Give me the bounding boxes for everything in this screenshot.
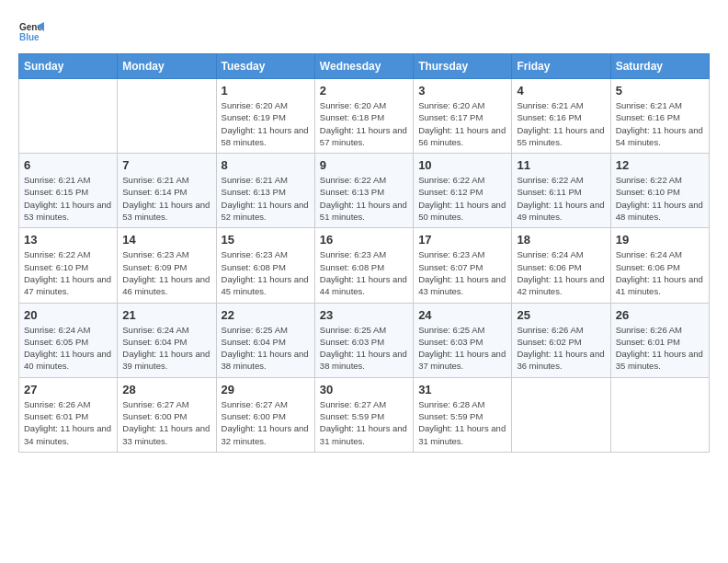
- day-number: 13: [24, 233, 112, 247]
- calendar-cell: 8Sunrise: 6:21 AMSunset: 6:13 PMDaylight…: [216, 154, 314, 228]
- svg-text:Blue: Blue: [19, 32, 40, 42]
- calendar-cell: 14Sunrise: 6:23 AMSunset: 6:09 PMDayligh…: [118, 228, 216, 303]
- day-info: Sunrise: 6:21 AMSunset: 6:14 PMDaylight:…: [122, 174, 210, 223]
- calendar-cell: 28Sunrise: 6:27 AMSunset: 6:00 PMDayligh…: [118, 377, 216, 452]
- day-number: 3: [418, 84, 506, 98]
- calendar-cell: 3Sunrise: 6:20 AMSunset: 6:17 PMDaylight…: [414, 79, 512, 154]
- calendar-cell: 27Sunrise: 6:26 AMSunset: 6:01 PMDayligh…: [19, 377, 118, 452]
- day-number: 5: [616, 84, 704, 98]
- calendar-cell: 18Sunrise: 6:24 AMSunset: 6:06 PMDayligh…: [512, 228, 610, 303]
- calendar-cell: 10Sunrise: 6:22 AMSunset: 6:12 PMDayligh…: [414, 154, 512, 228]
- week-row-3: 13Sunrise: 6:22 AMSunset: 6:10 PMDayligh…: [19, 228, 710, 303]
- day-number: 27: [24, 383, 112, 396]
- day-info: Sunrise: 6:26 AMSunset: 6:01 PMDaylight:…: [24, 398, 112, 447]
- calendar-cell: 7Sunrise: 6:21 AMSunset: 6:14 PMDaylight…: [118, 154, 216, 228]
- day-info: Sunrise: 6:20 AMSunset: 6:18 PMDaylight:…: [320, 99, 408, 148]
- day-header-thursday: Thursday: [414, 54, 512, 79]
- calendar-cell: 26Sunrise: 6:26 AMSunset: 6:01 PMDayligh…: [610, 303, 709, 377]
- day-info: Sunrise: 6:21 AMSunset: 6:16 PMDaylight:…: [517, 99, 605, 148]
- day-number: 14: [122, 233, 210, 247]
- logo: General Blue: [18, 18, 48, 44]
- calendar-cell: 9Sunrise: 6:22 AMSunset: 6:13 PMDaylight…: [314, 154, 413, 228]
- calendar-cell: 4Sunrise: 6:21 AMSunset: 6:16 PMDaylight…: [512, 79, 610, 154]
- calendar-cell: [118, 79, 216, 154]
- day-info: Sunrise: 6:20 AMSunset: 6:17 PMDaylight:…: [418, 99, 506, 148]
- day-info: Sunrise: 6:25 AMSunset: 6:03 PMDaylight:…: [418, 324, 506, 373]
- day-info: Sunrise: 6:23 AMSunset: 6:09 PMDaylight:…: [122, 248, 210, 297]
- day-header-friday: Friday: [512, 54, 610, 79]
- day-number: 8: [222, 158, 310, 172]
- day-info: Sunrise: 6:23 AMSunset: 6:08 PMDaylight:…: [222, 248, 310, 297]
- calendar-cell: [610, 377, 709, 452]
- calendar-cell: 11Sunrise: 6:22 AMSunset: 6:11 PMDayligh…: [512, 154, 610, 228]
- week-row-1: 1Sunrise: 6:20 AMSunset: 6:19 PMDaylight…: [19, 79, 710, 154]
- day-info: Sunrise: 6:23 AMSunset: 6:07 PMDaylight:…: [418, 248, 506, 297]
- week-row-4: 20Sunrise: 6:24 AMSunset: 6:05 PMDayligh…: [19, 303, 710, 377]
- day-number: 1: [222, 84, 310, 98]
- calendar-cell: 29Sunrise: 6:27 AMSunset: 6:00 PMDayligh…: [216, 377, 314, 452]
- calendar-cell: 23Sunrise: 6:25 AMSunset: 6:03 PMDayligh…: [314, 303, 413, 377]
- calendar-cell: 31Sunrise: 6:28 AMSunset: 5:59 PMDayligh…: [414, 377, 512, 452]
- day-number: 10: [418, 158, 506, 172]
- calendar-cell: 2Sunrise: 6:20 AMSunset: 6:18 PMDaylight…: [314, 79, 413, 154]
- day-info: Sunrise: 6:21 AMSunset: 6:15 PMDaylight:…: [24, 174, 112, 223]
- day-number: 16: [320, 233, 408, 247]
- calendar-cell: 15Sunrise: 6:23 AMSunset: 6:08 PMDayligh…: [216, 228, 314, 303]
- day-number: 22: [222, 308, 310, 322]
- week-row-5: 27Sunrise: 6:26 AMSunset: 6:01 PMDayligh…: [19, 377, 710, 452]
- day-header-tuesday: Tuesday: [216, 54, 314, 79]
- day-number: 17: [418, 233, 506, 247]
- calendar-header: SundayMondayTuesdayWednesdayThursdayFrid…: [19, 54, 710, 79]
- day-number: 26: [616, 308, 704, 322]
- page-header: General Blue: [18, 18, 710, 44]
- day-number: 29: [222, 383, 310, 396]
- day-number: 31: [418, 383, 506, 396]
- day-number: 24: [418, 308, 506, 322]
- calendar-cell: 5Sunrise: 6:21 AMSunset: 6:16 PMDaylight…: [610, 79, 709, 154]
- header-row: SundayMondayTuesdayWednesdayThursdayFrid…: [19, 54, 710, 79]
- day-info: Sunrise: 6:22 AMSunset: 6:11 PMDaylight:…: [517, 174, 605, 223]
- day-info: Sunrise: 6:20 AMSunset: 6:19 PMDaylight:…: [222, 99, 310, 148]
- calendar-cell: 16Sunrise: 6:23 AMSunset: 6:08 PMDayligh…: [314, 228, 413, 303]
- day-info: Sunrise: 6:24 AMSunset: 6:05 PMDaylight:…: [24, 324, 112, 373]
- day-header-wednesday: Wednesday: [314, 54, 413, 79]
- calendar-cell: 20Sunrise: 6:24 AMSunset: 6:05 PMDayligh…: [19, 303, 118, 377]
- calendar-cell: 25Sunrise: 6:26 AMSunset: 6:02 PMDayligh…: [512, 303, 610, 377]
- day-header-monday: Monday: [118, 54, 216, 79]
- day-header-saturday: Saturday: [610, 54, 709, 79]
- calendar-table: SundayMondayTuesdayWednesdayThursdayFrid…: [18, 53, 710, 453]
- day-info: Sunrise: 6:22 AMSunset: 6:10 PMDaylight:…: [616, 174, 704, 223]
- calendar-cell: 19Sunrise: 6:24 AMSunset: 6:06 PMDayligh…: [610, 228, 709, 303]
- day-number: 2: [320, 84, 408, 98]
- day-info: Sunrise: 6:28 AMSunset: 5:59 PMDaylight:…: [418, 398, 506, 447]
- day-info: Sunrise: 6:27 AMSunset: 5:59 PMDaylight:…: [320, 398, 408, 447]
- calendar-cell: 30Sunrise: 6:27 AMSunset: 5:59 PMDayligh…: [314, 377, 413, 452]
- day-number: 12: [616, 158, 704, 172]
- logo-icon: General Blue: [18, 18, 44, 44]
- day-number: 18: [517, 233, 605, 247]
- calendar-cell: 1Sunrise: 6:20 AMSunset: 6:19 PMDaylight…: [216, 79, 314, 154]
- day-info: Sunrise: 6:24 AMSunset: 6:06 PMDaylight:…: [616, 248, 704, 297]
- day-info: Sunrise: 6:24 AMSunset: 6:04 PMDaylight:…: [122, 324, 210, 373]
- day-number: 6: [24, 158, 112, 172]
- day-number: 11: [517, 158, 605, 172]
- day-info: Sunrise: 6:23 AMSunset: 6:08 PMDaylight:…: [320, 248, 408, 297]
- day-number: 25: [517, 308, 605, 322]
- day-info: Sunrise: 6:25 AMSunset: 6:04 PMDaylight:…: [222, 324, 310, 373]
- calendar-cell: [19, 79, 118, 154]
- day-number: 30: [320, 383, 408, 396]
- calendar-cell: [512, 377, 610, 452]
- day-info: Sunrise: 6:21 AMSunset: 6:16 PMDaylight:…: [616, 99, 704, 148]
- calendar-cell: 6Sunrise: 6:21 AMSunset: 6:15 PMDaylight…: [19, 154, 118, 228]
- day-number: 15: [222, 233, 310, 247]
- calendar-body: 1Sunrise: 6:20 AMSunset: 6:19 PMDaylight…: [19, 79, 710, 453]
- day-info: Sunrise: 6:22 AMSunset: 6:12 PMDaylight:…: [418, 174, 506, 223]
- calendar-cell: 12Sunrise: 6:22 AMSunset: 6:10 PMDayligh…: [610, 154, 709, 228]
- day-number: 7: [122, 158, 210, 172]
- calendar-cell: 22Sunrise: 6:25 AMSunset: 6:04 PMDayligh…: [216, 303, 314, 377]
- day-header-sunday: Sunday: [19, 54, 118, 79]
- calendar-cell: 24Sunrise: 6:25 AMSunset: 6:03 PMDayligh…: [414, 303, 512, 377]
- day-number: 9: [320, 158, 408, 172]
- day-number: 28: [122, 383, 210, 396]
- day-info: Sunrise: 6:24 AMSunset: 6:06 PMDaylight:…: [517, 248, 605, 297]
